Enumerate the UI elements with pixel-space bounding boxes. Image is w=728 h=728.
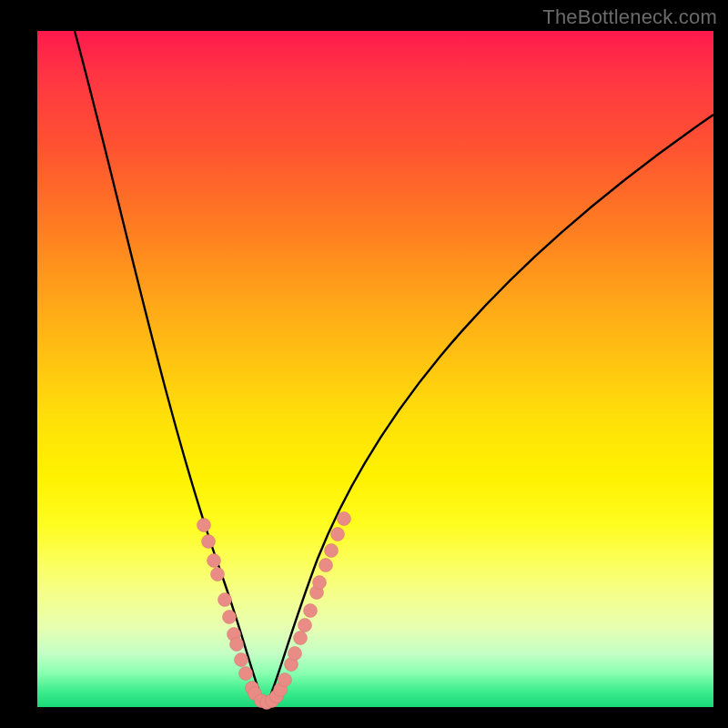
data-dot <box>197 519 211 532</box>
data-dot <box>239 667 253 681</box>
data-dot <box>319 559 333 572</box>
data-dot <box>304 604 318 618</box>
data-dot <box>202 535 216 549</box>
data-dot <box>218 593 232 607</box>
curve-layer <box>37 31 713 707</box>
data-dot <box>331 528 345 541</box>
data-dot <box>313 576 327 590</box>
data-dot <box>288 647 302 661</box>
data-dot <box>294 632 308 645</box>
data-dot <box>338 512 351 526</box>
data-dot <box>207 554 221 568</box>
chart-frame: TheBottleneck.com <box>0 0 728 728</box>
data-dot <box>298 619 312 632</box>
data-dot <box>211 568 225 581</box>
right-curve <box>268 115 713 703</box>
data-dot <box>223 611 237 624</box>
plot-area <box>37 31 713 707</box>
data-dot <box>230 638 244 652</box>
data-dot <box>278 673 292 687</box>
left-curve <box>75 31 263 702</box>
watermark-text: TheBottleneck.com <box>542 5 717 29</box>
data-dots <box>197 512 351 710</box>
data-dot <box>235 653 248 667</box>
data-dot <box>325 544 339 558</box>
